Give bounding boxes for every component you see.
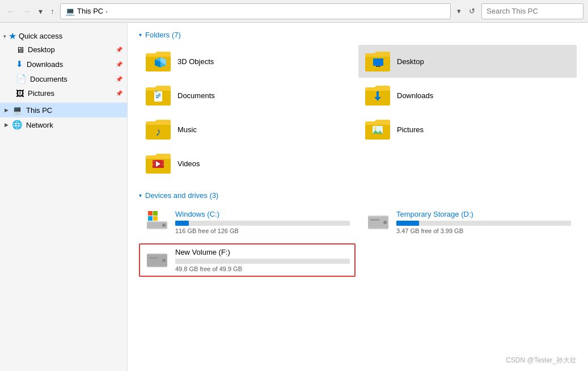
address-bar: ← → ▾ ↑ 💻 This PC › ▾ ↺ (0, 0, 588, 23)
folder-item-videos[interactable]: Videos (139, 147, 357, 180)
network-label: Network (26, 121, 122, 129)
svg-point-35 (162, 259, 166, 262)
folder-icon-3dobjects (145, 49, 172, 73)
sidebar: ▾ ★ Quick access 🖥 Desktop 📌 ⬇ Downloads… (0, 23, 128, 371)
drive-info-f: New Volume (F:) 49.8 GB free of 49.9 GB (175, 248, 350, 272)
network-icon: 🌐 (12, 120, 23, 130)
folder-icon-documents: A (145, 83, 172, 107)
folders-chevron: ▾ (139, 32, 142, 38)
sidebar-item-this-pc[interactable]: ▶ 💻 This PC (0, 103, 127, 117)
sidebar-desktop-label: Desktop (28, 45, 112, 54)
folder-name-3dobjects: 3D Objects (177, 57, 214, 66)
folder-icon-music: ♪ (145, 117, 172, 141)
folder-name-desktop: Desktop (397, 57, 424, 66)
pin-icon-pictures: 📌 (116, 90, 122, 96)
svg-point-24 (162, 224, 166, 227)
back-button[interactable]: ← (5, 6, 17, 17)
drive-name-d: Temporary Storage (D:) (396, 210, 571, 218)
sidebar-item-network[interactable]: ▶ 🌐 Network (0, 117, 127, 132)
drive-bar-d (396, 221, 571, 226)
folder-icon-pictures (364, 117, 391, 141)
pin-icon: 📌 (116, 47, 122, 53)
drive-bar-fill-c (175, 221, 189, 226)
folder-name-pictures: Pictures (397, 125, 424, 134)
folder-item-documents[interactable]: A Documents (139, 79, 357, 112)
desktop-folder-icon: 🖥 (16, 45, 24, 54)
drive-space-d: 3.47 GB free of 3.99 GB (396, 227, 571, 234)
sidebar-documents-label: Documents (30, 75, 112, 83)
path-label: This PC (77, 7, 103, 15)
drive-name-c: Windows (C:) (175, 210, 350, 218)
sidebar-item-pictures[interactable]: 🖼 Pictures 📌 (0, 86, 127, 100)
drive-info-d: Temporary Storage (D:) 3.47 GB free of 3… (396, 210, 571, 234)
svg-rect-32 (370, 219, 379, 221)
svg-rect-28 (153, 216, 158, 221)
search-input[interactable] (487, 7, 578, 15)
quick-access-chevron: ▾ (3, 33, 6, 39)
folder-item-pictures[interactable]: Pictures (358, 113, 577, 146)
folder-name-music: Music (177, 125, 197, 134)
folder-item-music[interactable]: ♪ Music (139, 113, 357, 146)
drive-icon-c (145, 210, 170, 231)
folder-icon-downloads (364, 83, 391, 107)
main-layout: ▾ ★ Quick access 🖥 Desktop 📌 ⬇ Downloads… (0, 23, 588, 371)
drive-item-c[interactable]: Windows (C:) 116 GB free of 126 GB (139, 205, 356, 239)
svg-rect-25 (148, 211, 153, 216)
folder-name-documents: Documents (177, 91, 215, 100)
drive-space-c: 116 GB free of 126 GB (175, 227, 350, 234)
svg-point-31 (383, 221, 387, 224)
network-chevron: ▶ (5, 122, 9, 128)
svg-rect-26 (153, 211, 158, 216)
this-pc-chevron: ▶ (5, 107, 9, 113)
svg-rect-17 (153, 160, 155, 162)
refresh-button[interactable]: ↺ (466, 6, 478, 16)
pin-icon-documents: 📌 (116, 76, 122, 82)
svg-rect-3 (373, 58, 383, 66)
drive-bar-fill-f (175, 259, 350, 264)
folder-name-downloads: Downloads (397, 91, 433, 100)
search-box[interactable] (481, 3, 583, 19)
drive-item-d[interactable]: Temporary Storage (D:) 3.47 GB free of 3… (360, 205, 577, 239)
drive-item-f[interactable]: New Volume (F:) 49.8 GB free of 49.9 GB (139, 243, 356, 277)
svg-rect-20 (162, 163, 164, 166)
sidebar-pictures-label: Pictures (28, 89, 112, 98)
quick-access-label: Quick access (19, 32, 122, 40)
folder-item-3dobjects[interactable]: 3D Objects (139, 45, 357, 78)
drive-bar-fill-d (396, 221, 419, 226)
svg-rect-18 (153, 163, 155, 166)
sidebar-item-downloads[interactable]: ⬇ Downloads 📌 (0, 57, 127, 71)
folders-section-header[interactable]: ▾ Folders (7) (139, 31, 577, 39)
svg-rect-4 (376, 66, 380, 67)
up-button[interactable]: ↑ (48, 6, 57, 17)
address-actions: ▾ ↺ (454, 6, 478, 16)
path-dropdown-button[interactable]: ▾ (454, 6, 464, 16)
svg-rect-19 (162, 160, 164, 162)
folder-item-downloads[interactable]: Downloads (358, 79, 577, 112)
drive-bar-f (175, 259, 350, 264)
this-pc-icon: 💻 (12, 105, 23, 115)
folder-item-desktop[interactable]: Desktop (358, 45, 577, 78)
path-chevron: › (105, 8, 108, 15)
folder-icon-videos (145, 151, 172, 175)
sidebar-item-desktop[interactable]: 🖥 Desktop 📌 (0, 43, 127, 57)
svg-rect-27 (148, 216, 153, 221)
svg-point-15 (374, 127, 377, 129)
folder-icon-desktop (364, 49, 391, 73)
sidebar-group-quick-access[interactable]: ▾ ★ Quick access (0, 27, 127, 43)
address-path[interactable]: 💻 This PC › (60, 3, 451, 19)
drive-space-f: 49.8 GB free of 49.9 GB (175, 265, 350, 272)
drives-section-header[interactable]: ▾ Devices and drives (3) (139, 191, 577, 200)
watermark: CSDN @Tester_孙大壮 (506, 356, 577, 365)
folder-name-videos: Videos (177, 159, 200, 168)
drive-icon-d (366, 210, 391, 231)
drives-header-label: Devices and drives (3) (145, 191, 218, 200)
forward-button[interactable]: → (20, 6, 33, 17)
folders-header-label: Folders (7) (145, 31, 181, 39)
drives-chevron: ▾ (139, 192, 142, 199)
pin-icon-downloads: 📌 (116, 61, 122, 68)
svg-rect-36 (149, 257, 158, 259)
sidebar-downloads-label: Downloads (27, 60, 112, 69)
recent-locations-button[interactable]: ▾ (36, 6, 45, 17)
content-area: ▾ Folders (7) 3D Objects (128, 23, 588, 371)
sidebar-item-documents[interactable]: 📄 Documents 📌 (0, 71, 127, 86)
